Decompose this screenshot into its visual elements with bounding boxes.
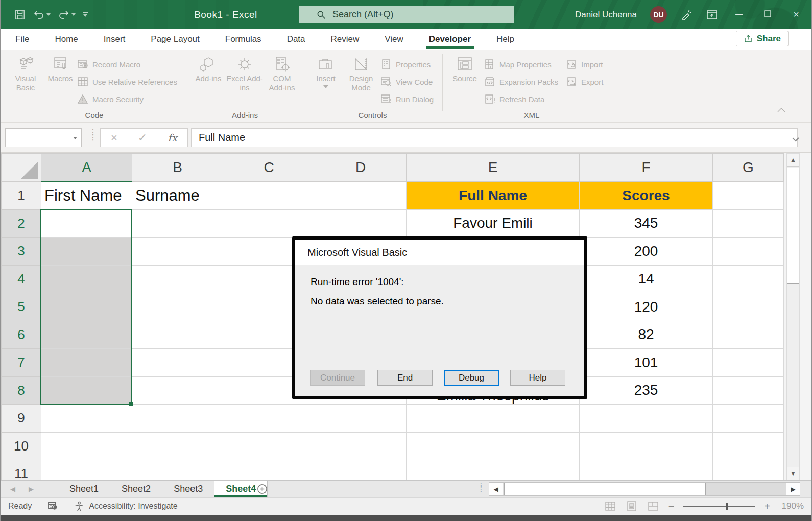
tab-formulas[interactable]: Formulas	[224, 30, 262, 49]
cell-G8[interactable]	[713, 376, 784, 405]
cell-A3[interactable]	[41, 238, 132, 266]
cell-F5[interactable]: 120	[580, 293, 713, 321]
cell-B2[interactable]	[132, 209, 223, 238]
redo-button[interactable]	[58, 9, 76, 21]
row-header-11[interactable]: 11	[2, 460, 41, 481]
view-page-break-icon[interactable]	[647, 500, 659, 512]
zoom-level[interactable]: 190%	[779, 501, 804, 511]
cell-E9[interactable]	[407, 405, 580, 433]
cell-A9[interactable]	[41, 405, 132, 433]
cell-F6[interactable]: 82	[580, 321, 713, 349]
tab-insert[interactable]: Insert	[103, 30, 127, 49]
cell-G7[interactable]	[713, 349, 784, 377]
view-normal-icon[interactable]	[604, 500, 616, 512]
dialog-title[interactable]: Microsoft Visual Basic	[295, 240, 584, 265]
properties-button[interactable]: Properties	[380, 56, 434, 73]
tab-view[interactable]: View	[384, 30, 404, 49]
cell-B7[interactable]	[132, 349, 223, 377]
accessibility-status[interactable]: Accessibility: Investigate	[74, 501, 177, 512]
expansion-packs-button[interactable]: Expansion Packs	[484, 73, 558, 90]
cell-F1[interactable]: Scores	[580, 182, 713, 210]
cell-F8[interactable]: 235	[580, 376, 713, 405]
cell-G1[interactable]	[713, 182, 784, 210]
row-header-7[interactable]: 7	[2, 349, 41, 377]
row-header-4[interactable]: 4	[2, 265, 41, 293]
cancel-icon[interactable]: ×	[111, 131, 117, 145]
zoom-out-icon[interactable]: −	[668, 501, 675, 512]
column-header-B[interactable]: B	[132, 154, 223, 182]
formula-input[interactable]: Full Name	[191, 128, 798, 147]
refresh-data-button[interactable]: Refresh Data	[484, 90, 558, 108]
cell-B3[interactable]	[132, 238, 223, 266]
use-relative-references-button[interactable]: Use Relative References	[77, 73, 177, 90]
vertical-scroll-thumb[interactable]	[787, 168, 799, 284]
row-header-6[interactable]: 6	[2, 321, 41, 349]
scroll-up-icon[interactable]: ▲	[787, 154, 799, 167]
row-header-2[interactable]: 2	[2, 209, 41, 238]
customize-qat-icon[interactable]	[83, 12, 88, 17]
excel-add-ins-button[interactable]: Excel Add-ins	[226, 55, 263, 92]
cell-B9[interactable]	[132, 405, 223, 433]
cell-E10[interactable]	[407, 432, 580, 460]
cell-B8[interactable]	[132, 376, 223, 405]
column-header-A[interactable]: A	[41, 154, 132, 182]
map-properties-button[interactable]: Map Properties	[484, 56, 558, 73]
avatar[interactable]: DU	[650, 6, 667, 23]
tab-data[interactable]: Data	[286, 30, 306, 49]
cell-A2-active[interactable]	[41, 209, 132, 238]
xml-source-button[interactable]: Source	[449, 55, 481, 83]
sheet-tab-sheet2[interactable]: Sheet2	[110, 481, 162, 497]
row-header-3[interactable]: 3	[2, 238, 41, 266]
column-header-G[interactable]: G	[713, 154, 784, 182]
macro-recording-icon[interactable]	[47, 501, 58, 512]
export-button[interactable]: Export	[565, 73, 603, 90]
cell-A4[interactable]	[41, 265, 132, 293]
cell-D10[interactable]	[315, 432, 407, 460]
cell-F7[interactable]: 101	[580, 349, 713, 377]
cell-F10[interactable]	[580, 432, 713, 460]
cell-D9[interactable]	[315, 405, 407, 433]
cell-G5[interactable]	[713, 293, 784, 321]
collapse-ribbon-icon[interactable]	[776, 106, 786, 115]
tab-review[interactable]: Review	[330, 30, 361, 49]
sheet-tab-sheet1[interactable]: Sheet1	[58, 481, 110, 497]
undo-button[interactable]	[33, 9, 51, 21]
macros-button[interactable]: Macros	[45, 55, 76, 83]
cell-D2[interactable]	[315, 209, 407, 238]
sheet-nav-right-icon[interactable]: ▶	[29, 485, 34, 493]
new-sheet-icon[interactable]	[256, 483, 268, 497]
cell-B4[interactable]	[132, 265, 223, 293]
cell-A6[interactable]	[41, 321, 132, 349]
add-ins-button[interactable]: Add-ins	[195, 55, 222, 83]
cell-B10[interactable]	[132, 432, 223, 460]
scroll-left-icon[interactable]: ◀	[489, 483, 503, 495]
cell-F3[interactable]: 200	[580, 238, 713, 266]
visual-basic-button[interactable]: Visual Basic	[8, 55, 43, 92]
scroll-down-icon[interactable]: ▼	[787, 467, 799, 480]
user-name[interactable]: Daniel Uchenna	[575, 10, 637, 20]
undo-dropdown-icon[interactable]	[46, 13, 51, 16]
row-header-9[interactable]: 9	[2, 405, 41, 433]
record-macro-button[interactable]: Record Macro	[77, 56, 177, 73]
cell-B11[interactable]	[132, 460, 223, 481]
cell-G3[interactable]	[713, 238, 784, 266]
tab-home[interactable]: Home	[54, 30, 79, 49]
cell-G2[interactable]	[713, 209, 784, 238]
expand-formula-bar-icon[interactable]	[792, 135, 800, 144]
run-dialog-button[interactable]: Run Dialog	[380, 90, 434, 108]
cell-B1[interactable]: Surname	[132, 182, 223, 210]
insert-function-icon[interactable]: fx	[168, 132, 177, 144]
cell-A1[interactable]: First Name	[41, 182, 132, 210]
column-header-F[interactable]: F	[580, 154, 713, 182]
zoom-in-icon[interactable]: +	[764, 501, 770, 512]
horizontal-scroll-thumb[interactable]	[504, 483, 706, 495]
zoom-slider[interactable]	[683, 506, 755, 507]
cell-D11[interactable]	[315, 460, 407, 481]
view-page-layout-icon[interactable]	[626, 500, 638, 512]
cell-C1[interactable]	[223, 182, 315, 210]
cell-F2[interactable]: 345	[580, 209, 713, 238]
tab-page-layout[interactable]: Page Layout	[150, 30, 200, 49]
cell-G10[interactable]	[713, 432, 784, 460]
cell-G11[interactable]	[713, 460, 784, 481]
cell-B6[interactable]	[132, 321, 223, 349]
